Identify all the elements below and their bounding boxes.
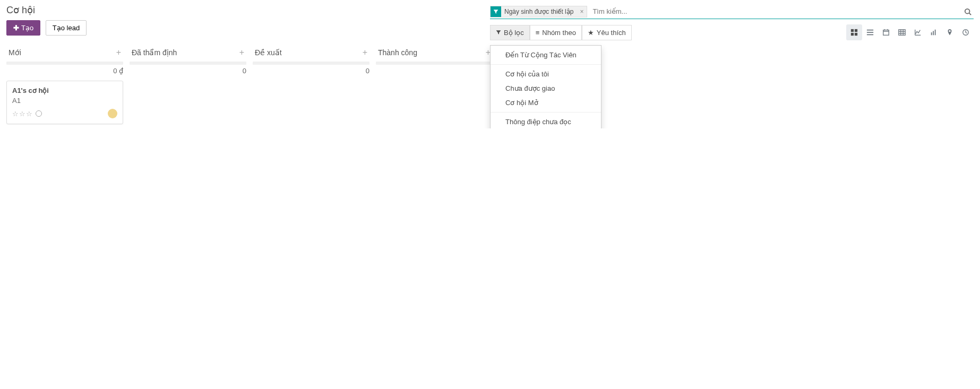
- column-progress-bar: [130, 62, 246, 65]
- assignee-avatar[interactable]: [108, 109, 117, 118]
- facet-label: Ngày sinh được thiết lập: [501, 8, 577, 15]
- filter-item[interactable]: Cơ hội Mở: [491, 96, 601, 110]
- filter-item[interactable]: Cơ hội của tôi: [491, 67, 601, 81]
- column-progress-bar: [376, 62, 493, 65]
- kanban-column: Đề xuất + 0: [250, 45, 373, 81]
- search-bar[interactable]: Ngày sinh được thiết lập ×: [490, 4, 974, 19]
- column-add-icon[interactable]: +: [116, 48, 121, 57]
- view-graph-button[interactable]: [910, 24, 926, 40]
- view-map-button[interactable]: [942, 24, 958, 40]
- favorites-button[interactable]: ★ Yêu thích: [582, 25, 632, 40]
- view-kanban-button[interactable]: [846, 24, 862, 40]
- column-title[interactable]: Thành công: [378, 48, 417, 57]
- star-outline-icon: ☆: [12, 110, 19, 118]
- kanban-column: Đã thẩm định + 0: [126, 45, 250, 81]
- card-title: A1's cơ hội: [12, 87, 117, 94]
- svg-rect-4: [851, 33, 854, 36]
- svg-rect-7: [867, 32, 873, 33]
- search-facet: Ngày sinh được thiết lập ×: [490, 6, 587, 18]
- svg-rect-20: [935, 30, 936, 36]
- view-activity-button[interactable]: [958, 24, 974, 40]
- priority-stars[interactable]: ☆ ☆ ☆: [12, 110, 32, 118]
- svg-rect-13: [899, 30, 905, 36]
- groupby-label: Nhóm theo: [542, 29, 576, 37]
- filter-item[interactable]: Đến Từ Cộng Tác Viên: [491, 48, 601, 62]
- create-button-label: Tạo: [21, 24, 33, 32]
- column-meta: 0 ₫: [6, 67, 123, 76]
- star-outline-icon: ☆: [19, 110, 25, 118]
- view-dashboard-button[interactable]: [926, 24, 942, 40]
- column-add-icon[interactable]: +: [239, 48, 244, 57]
- create-button[interactable]: ✚Tạo: [6, 20, 40, 36]
- view-list-button[interactable]: [862, 24, 878, 40]
- search-icon[interactable]: [964, 8, 974, 15]
- svg-rect-19: [933, 31, 934, 35]
- kanban-column: Mới + 0 ₫ A1's cơ hội A1 ☆ ☆ ☆: [3, 45, 126, 124]
- view-calendar-button[interactable]: [878, 24, 894, 40]
- filter-item[interactable]: Thông điệp chưa đọc: [491, 115, 601, 129]
- kanban-column: Thành công +: [373, 45, 496, 81]
- filter-icon: [491, 6, 501, 17]
- column-title[interactable]: Mới: [8, 48, 21, 57]
- create-lead-button[interactable]: Tạo lead: [46, 20, 87, 36]
- plus-icon: ✚: [13, 24, 19, 32]
- column-add-icon[interactable]: +: [363, 48, 367, 57]
- view-pivot-button[interactable]: [894, 24, 910, 40]
- filters-dropdown: Đến Từ Cộng Tác Viên Cơ hội của tôi Chưa…: [490, 45, 601, 129]
- svg-rect-9: [883, 30, 889, 36]
- star-icon: ★: [588, 29, 594, 37]
- svg-line-1: [969, 13, 972, 15]
- filters-group: Bộ lọc ≡ Nhóm theo ★ Yêu thích Đến Từ Cộ…: [490, 25, 632, 40]
- page-title: Cơ hội: [6, 4, 490, 16]
- column-progress-bar: [253, 62, 369, 65]
- list-icon: ≡: [536, 29, 540, 37]
- favorites-label: Yêu thích: [597, 29, 626, 37]
- column-meta: 0: [130, 67, 246, 76]
- svg-rect-3: [855, 29, 857, 32]
- facet-remove-icon[interactable]: ×: [577, 8, 587, 15]
- search-input[interactable]: [589, 5, 964, 18]
- column-title[interactable]: Đề xuất: [255, 48, 282, 57]
- view-switcher: [846, 24, 974, 40]
- column-title[interactable]: Đã thẩm định: [132, 48, 177, 57]
- filters-label: Bộ lọc: [504, 29, 524, 37]
- filter-item[interactable]: Chưa được giao: [491, 81, 601, 96]
- svg-rect-2: [851, 29, 854, 32]
- column-meta: 0: [253, 67, 369, 76]
- svg-point-0: [965, 8, 970, 13]
- groupby-button[interactable]: ≡ Nhóm theo: [530, 25, 582, 40]
- svg-rect-6: [867, 30, 873, 31]
- svg-rect-8: [867, 34, 873, 36]
- svg-rect-18: [931, 32, 932, 35]
- star-outline-icon: ☆: [26, 110, 32, 118]
- activity-status-icon[interactable]: [36, 110, 42, 117]
- column-meta: [376, 67, 493, 76]
- column-progress-bar: [6, 62, 123, 65]
- card-subtitle: A1: [12, 97, 117, 105]
- svg-rect-5: [855, 33, 857, 36]
- filters-button[interactable]: Bộ lọc: [490, 25, 530, 40]
- kanban-card[interactable]: A1's cơ hội A1 ☆ ☆ ☆: [6, 81, 123, 124]
